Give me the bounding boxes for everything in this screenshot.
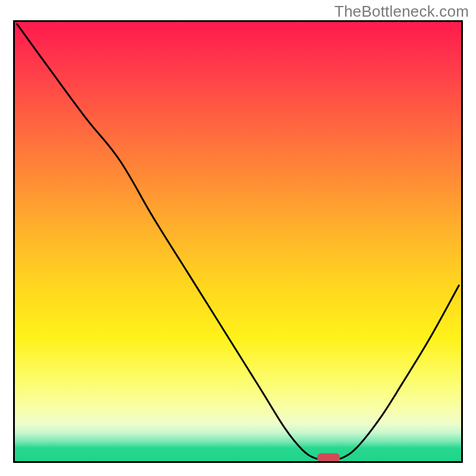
min-marker-icon — [317, 453, 340, 461]
watermark-text: TheBottleneck.com — [334, 2, 469, 21]
bottleneck-curve — [17, 24, 459, 460]
curve-layer — [15, 22, 461, 461]
plot-area — [13, 20, 463, 463]
chart-stage: TheBottleneck.com — [0, 0, 476, 476]
